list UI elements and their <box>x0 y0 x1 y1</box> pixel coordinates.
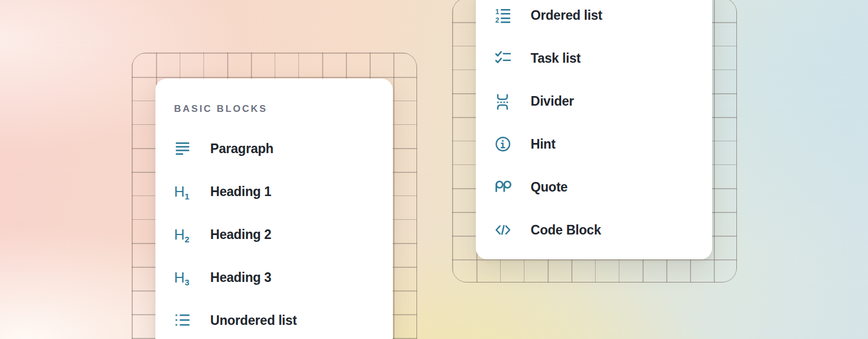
svg-text:1: 1 <box>496 8 500 16</box>
heading-1-icon: H1 <box>174 182 193 201</box>
heading-2-icon: H2 <box>174 225 193 244</box>
menu-item-label: Quote <box>531 180 567 195</box>
ordered-list-icon: 1 2 <box>494 6 514 24</box>
menu-item-code-block[interactable]: Code Block <box>476 208 712 251</box>
menu-item-label: Task list <box>531 51 581 66</box>
menu-item-label: Unordered list <box>210 313 297 328</box>
menu-item-task-list[interactable]: Task list <box>476 37 712 80</box>
divider-icon <box>494 92 514 110</box>
menu-item-hint[interactable]: Hint <box>476 123 712 166</box>
quote-icon <box>494 178 514 196</box>
code-block-icon <box>494 221 514 239</box>
paragraph-icon <box>174 140 193 158</box>
menu-item-ordered-list[interactable]: 1 2 Ordered list <box>476 0 712 37</box>
menu-item-heading-1[interactable]: H1 Heading 1 <box>155 170 393 213</box>
basic-blocks-menu: BASIC BLOCKS Paragraph H1 Heading 1 H2 H… <box>155 79 393 339</box>
menu-item-label: Paragraph <box>210 141 274 157</box>
menu-item-label: Divider <box>531 94 574 109</box>
hint-icon <box>494 135 514 153</box>
svg-text:2: 2 <box>496 16 500 24</box>
section-title: BASIC BLOCKS <box>155 103 393 115</box>
menu-item-label: Ordered list <box>531 8 602 23</box>
menu-item-heading-3[interactable]: H3 Heading 3 <box>155 256 393 299</box>
unordered-list-icon <box>174 311 193 329</box>
heading-3-icon: H3 <box>174 268 193 286</box>
menu-item-divider[interactable]: Divider <box>476 80 712 123</box>
menu-item-paragraph[interactable]: Paragraph <box>155 127 393 170</box>
menu-item-label: Heading 2 <box>210 227 271 242</box>
task-list-icon <box>494 49 514 67</box>
menu-item-quote[interactable]: Quote <box>476 166 712 208</box>
menu-item-unordered-list[interactable]: Unordered list <box>155 299 393 339</box>
menu-item-heading-2[interactable]: H2 Heading 2 <box>155 213 393 256</box>
menu-item-label: Heading 3 <box>210 270 271 285</box>
blocks-menu-continued: 1 2 Ordered list Task list <box>476 0 712 259</box>
menu-item-label: Hint <box>531 137 555 152</box>
menu-item-label: Code Block <box>531 223 601 238</box>
menu-item-label: Heading 1 <box>210 184 271 199</box>
